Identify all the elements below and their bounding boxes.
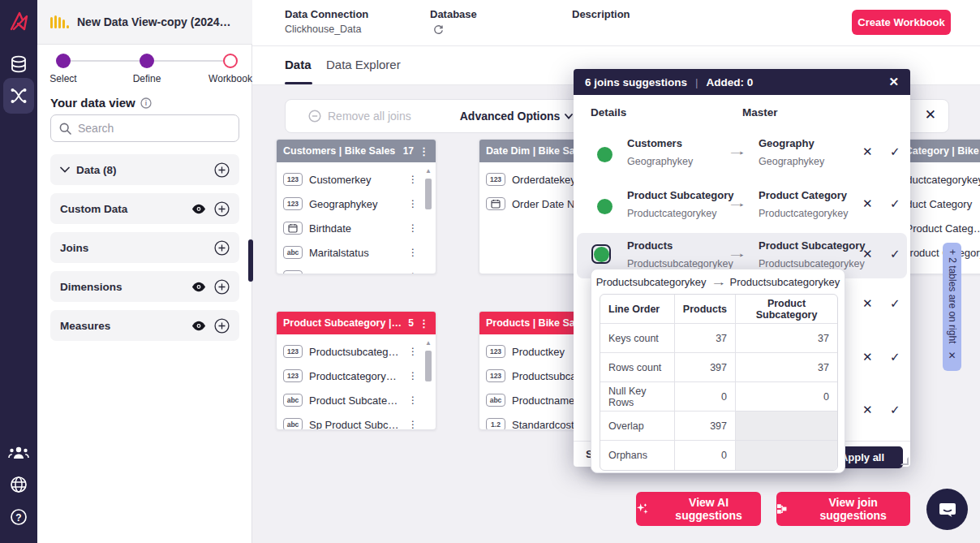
kebab-menu-icon[interactable]: ⋮	[408, 346, 418, 357]
field-row[interactable]: abcSp Product Subcategory⋮	[283, 412, 436, 430]
join-status-dot[interactable]	[591, 244, 611, 264]
accept-join-icon[interactable]: ✓	[890, 144, 900, 159]
add-icon[interactable]	[214, 162, 230, 178]
sidebar-item-data[interactable]: Data (8)	[50, 154, 239, 185]
field-row[interactable]: 123Productcategorykey⋮	[283, 364, 436, 388]
sidebar-item-label: Dimensions	[60, 281, 185, 293]
support-chat-button[interactable]	[926, 489, 968, 530]
details-column-label: Details	[591, 106, 626, 119]
eye-icon[interactable]	[191, 204, 206, 214]
database-label: Database	[430, 8, 477, 20]
add-icon[interactable]	[214, 279, 230, 295]
accept-join-icon[interactable]: ✓	[890, 350, 900, 364]
close-icon[interactable]: ✕	[888, 75, 899, 89]
accept-join-icon[interactable]: ✓	[890, 296, 900, 311]
app-window: ? New Data View-copy (2024… Select Defin…	[0, 0, 980, 543]
your-data-view-heading: Your data view i	[50, 96, 152, 110]
sidebar-resize-handle[interactable]	[248, 239, 253, 282]
kebab-menu-icon[interactable]: ⋮	[419, 145, 429, 157]
chevron-down-icon	[60, 166, 70, 173]
accept-join-icon[interactable]: ✓	[890, 247, 900, 261]
reject-join-icon[interactable]: ✕	[862, 296, 873, 311]
reject-join-icon[interactable]: ✕	[862, 350, 873, 364]
view-join-suggestions-button[interactable]: View join suggestions	[776, 492, 910, 526]
dataview-title-bar[interactable]: New Data View-copy (2024…	[37, 0, 252, 45]
table-title: Product Subcategory | Bike Sales	[283, 317, 403, 329]
field-row[interactable]: 123Productsubcategorykey⋮	[283, 339, 436, 364]
card-scrollbar[interactable]: ▲▼	[423, 167, 433, 274]
step-select-circle[interactable]	[56, 54, 71, 68]
kebab-menu-icon[interactable]: ⋮	[419, 317, 429, 330]
step-workbook-circle[interactable]	[223, 54, 238, 68]
step-define-label: Define	[133, 73, 161, 84]
remove-all-joins-button[interactable]: Remove all joins	[308, 110, 411, 123]
kebab-menu-icon[interactable]: ⋮	[408, 271, 418, 274]
kebab-menu-icon[interactable]: ⋮	[408, 247, 418, 258]
table-card-header[interactable]: Customers | Bike Sales 17 ⋮	[277, 140, 436, 162]
kebab-menu-icon[interactable]: ⋮	[408, 394, 418, 406]
table-field-count: 17	[403, 145, 414, 157]
field-row[interactable]: abcGender⋮	[283, 265, 436, 274]
number-type-icon: 123	[283, 345, 303, 358]
join-icon	[776, 503, 789, 515]
table-card-header[interactable]: Product Subcategory | Bike Sales 5 ⋮	[277, 312, 436, 334]
join-suggestion-row[interactable]: Customers Geographykey → Geography Geogr…	[577, 131, 907, 176]
overflow-badge-label: + 2 tables are on right	[947, 249, 958, 343]
join-arrow-icon: →	[727, 196, 748, 209]
eye-icon[interactable]	[191, 282, 206, 292]
reject-join-icon[interactable]: ✕	[862, 247, 873, 261]
field-row[interactable]: 123Geographykey⋮	[283, 192, 436, 216]
accept-join-icon[interactable]: ✓	[890, 403, 900, 417]
sidebar-item-label: Data (8)	[76, 164, 208, 176]
kebab-menu-icon[interactable]: ⋮	[408, 419, 418, 430]
kebab-menu-icon[interactable]: ⋮	[408, 222, 418, 234]
add-icon[interactable]	[214, 240, 230, 256]
field-row[interactable]: abcMaritalstatus⋮	[283, 240, 436, 265]
field-row[interactable]: 123Customerkey⋮	[283, 167, 436, 192]
tab-data[interactable]: Data	[285, 58, 312, 71]
join-suggestion-row[interactable]: Product Subcategory Productcategorykey →…	[577, 183, 907, 228]
eye-icon[interactable]	[191, 321, 206, 331]
kebab-menu-icon[interactable]: ⋮	[408, 198, 418, 209]
accept-join-icon[interactable]: ✓	[890, 196, 900, 211]
view-ai-suggestions-button[interactable]: View AI suggestions	[636, 492, 761, 526]
app-logo-icon[interactable]	[0, 10, 37, 32]
add-icon[interactable]	[214, 201, 230, 217]
close-icon[interactable]: ✕	[948, 350, 956, 361]
search-box[interactable]	[50, 114, 239, 142]
sidebar: New Data View-copy (2024… Select Define …	[37, 0, 252, 543]
table-card-customers[interactable]: Customers | Bike Sales 17 ⋮ 123Customerk…	[276, 139, 436, 274]
help-nav-icon[interactable]: ?	[0, 508, 37, 526]
search-input[interactable]	[78, 122, 216, 135]
reject-join-icon[interactable]: ✕	[862, 403, 873, 417]
tab-data-explorer[interactable]: Data Explorer	[326, 58, 401, 71]
add-icon[interactable]	[214, 318, 230, 334]
step-define-circle[interactable]	[140, 54, 154, 68]
database-nav-icon[interactable]	[0, 55, 37, 75]
refresh-icon[interactable]	[433, 24, 444, 35]
card-scrollbar[interactable]: ▲▼	[423, 339, 433, 430]
info-icon[interactable]: i	[140, 97, 152, 109]
text-type-icon: abc	[283, 418, 303, 430]
joins-nav-icon[interactable]	[0, 87, 37, 105]
number-type-icon: 123	[486, 345, 505, 358]
sidebar-item-measures[interactable]: Measures	[50, 310, 239, 341]
sidebar-item-dimensions[interactable]: Dimensions	[50, 271, 239, 302]
field-row[interactable]: Birthdate⋮	[283, 216, 436, 240]
sidebar-item-joins[interactable]: Joins	[50, 232, 239, 263]
kebab-menu-icon[interactable]: ⋮	[408, 174, 418, 185]
tables-overflow-badge[interactable]: + 2 tables are on right ✕	[943, 243, 961, 371]
sidebar-item-custom-data[interactable]: Custom Data	[50, 193, 239, 224]
globe-nav-icon[interactable]	[0, 476, 37, 493]
field-row[interactable]: abcProduct Subcategory⋮	[283, 388, 436, 412]
advanced-options-dropdown[interactable]: Advanced Options	[460, 110, 574, 123]
kebab-menu-icon[interactable]: ⋮	[408, 370, 418, 381]
create-workbook-button[interactable]: Create Workbook	[852, 10, 951, 35]
svg-text:?: ?	[15, 512, 21, 524]
toolbar-close-icon[interactable]: ✕	[925, 106, 936, 123]
table-card-product-subcategory[interactable]: Product Subcategory | Bike Sales 5 ⋮ 123…	[276, 311, 436, 430]
reject-join-icon[interactable]: ✕	[862, 196, 873, 211]
reject-join-icon[interactable]: ✕	[862, 144, 873, 159]
users-nav-icon[interactable]	[0, 445, 37, 461]
left-icon-rail: ?	[0, 0, 37, 543]
